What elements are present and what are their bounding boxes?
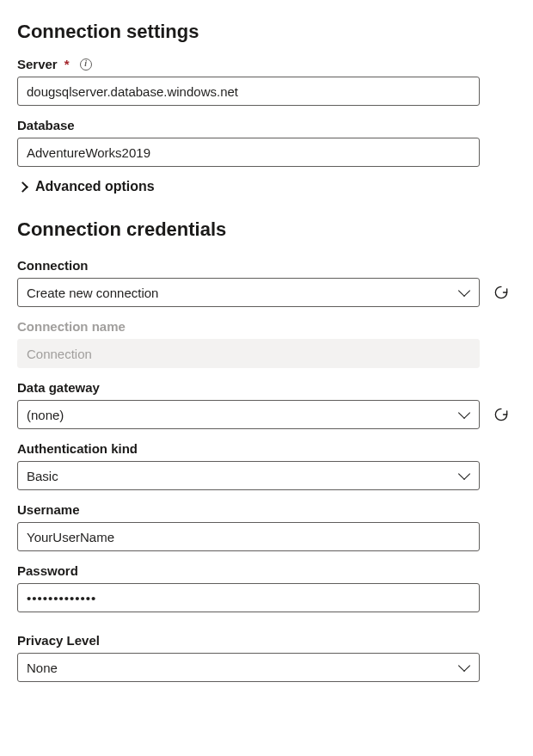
database-label-text: Database — [17, 118, 75, 132]
data-gateway-label: Data gateway — [17, 380, 516, 395]
chevron-right-icon — [17, 181, 28, 193]
advanced-options-expander[interactable]: Advanced options — [17, 179, 516, 194]
connection-label-text: Connection — [17, 258, 89, 273]
info-icon[interactable]: i — [80, 58, 92, 71]
database-input[interactable] — [17, 138, 480, 167]
username-input[interactable] — [17, 522, 480, 551]
password-label: Password — [17, 563, 516, 578]
connection-settings-heading: Connection settings — [17, 21, 516, 43]
required-asterisk: * — [64, 57, 70, 71]
chevron-down-icon — [458, 660, 470, 672]
chevron-down-icon — [458, 285, 470, 297]
refresh-icon — [493, 284, 510, 301]
privacy-level-select-value: None — [27, 661, 460, 675]
username-label-text: Username — [17, 502, 80, 517]
authentication-kind-label: Authentication kind — [17, 441, 516, 456]
advanced-options-label: Advanced options — [35, 179, 155, 194]
connection-name-input: Connection — [17, 339, 480, 368]
privacy-level-label: Privacy Level — [17, 633, 516, 648]
connection-name-label: Connection name — [17, 319, 516, 334]
connection-select-value: Create new connection — [27, 286, 460, 300]
authentication-kind-select[interactable]: Basic — [17, 461, 480, 490]
authentication-kind-select-value: Basic — [27, 469, 460, 483]
data-gateway-select[interactable]: (none) — [17, 400, 480, 429]
password-input[interactable] — [17, 583, 480, 612]
data-gateway-label-text: Data gateway — [17, 380, 100, 395]
connection-label: Connection — [17, 258, 516, 273]
data-gateway-select-value: (none) — [27, 408, 460, 422]
authentication-kind-label-text: Authentication kind — [17, 441, 138, 456]
server-label-text: Server — [17, 57, 58, 71]
connection-name-placeholder: Connection — [27, 347, 92, 361]
connection-name-label-text: Connection name — [17, 319, 126, 334]
connection-select[interactable]: Create new connection — [17, 278, 480, 307]
server-input[interactable] — [17, 77, 480, 106]
refresh-icon — [493, 406, 510, 423]
privacy-level-label-text: Privacy Level — [17, 633, 100, 648]
privacy-level-select[interactable]: None — [17, 653, 480, 682]
server-label: Server* i — [17, 57, 516, 71]
username-label: Username — [17, 502, 516, 517]
connection-refresh-button[interactable] — [492, 283, 511, 302]
chevron-down-icon — [458, 468, 470, 480]
password-label-text: Password — [17, 563, 78, 578]
gateway-refresh-button[interactable] — [492, 405, 511, 424]
database-label: Database — [17, 118, 516, 132]
connection-credentials-heading: Connection credentials — [17, 218, 516, 241]
chevron-down-icon — [458, 407, 470, 419]
